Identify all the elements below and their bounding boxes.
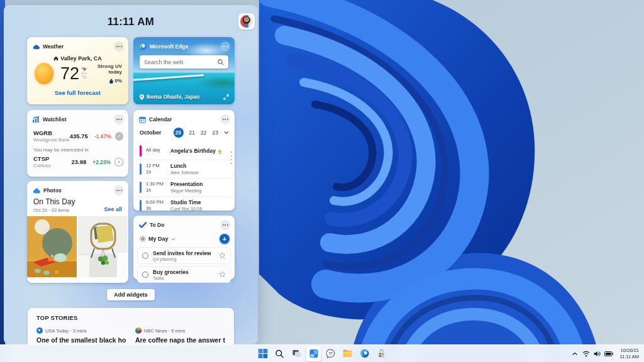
file-explorer-button[interactable] [340,346,355,361]
calendar-scroll-indicator[interactable] [231,151,232,164]
watchlist-widget[interactable]: Watchlist WGRB Woodgrove Bank 435.75 -1.… [27,110,128,177]
edge-search-input[interactable] [144,59,218,65]
unit-celsius[interactable]: °C [81,74,87,80]
weather-more-button[interactable] [114,41,124,52]
photos-widget[interactable]: Photos On This Day Oct 20 · 33 items See… [27,181,128,283]
event-time: All day [146,147,166,153]
calendar-event[interactable]: All day Angela's Birthday 🎂 [138,141,230,160]
volume-icon [594,351,601,357]
chevron-down-icon[interactable] [224,131,229,134]
photo-thumbnail-chair[interactable] [78,216,128,277]
news-story[interactable]: NBC News · 5 mins Are coffee naps the an… [135,327,225,344]
event-title: Presentation [170,181,203,187]
see-all-link[interactable]: See all [104,206,122,213]
weather-precipitation: 0% [114,78,122,84]
windows-logo-icon [258,349,267,358]
star-icon[interactable] [219,252,226,259]
edge-logo-icon [139,43,147,50]
edge-browser-button[interactable] [357,346,372,361]
system-tray: 10/20/21 11:11 AM [572,345,641,362]
photo-thumbnail-still-life[interactable] [27,216,77,277]
calendar-event[interactable]: 12 PM1h LunchAlex Johnson [138,160,230,178]
profile-button[interactable] [238,13,255,30]
bridge-photo-detail [133,74,204,81]
photos-more-button[interactable] [114,185,124,195]
calendar-event[interactable]: 6:00 PM3h Studio TimeConf Rm 32/35 [138,196,230,214]
unit-fahrenheit[interactable]: °F [81,67,87,74]
more-options-icon [225,46,226,47]
calendar-date[interactable]: 22 [201,129,206,136]
event-color-bar [140,163,142,175]
calendar-date[interactable]: 21 [189,129,195,136]
event-subtitle: Conf Rm 32/35 [170,206,202,212]
stock-price: 23.98 [71,158,86,165]
store-button[interactable] [374,346,389,361]
edge-search-box[interactable] [140,55,228,69]
edge-widget[interactable]: Microsoft Edge Ikema Ohashi, Japan [133,37,235,104]
task-checkbox[interactable] [142,253,148,259]
weather-widget[interactable]: Weather Valley Park, CA 72 [27,37,128,104]
top-stories-heading: TOP STORIES [36,314,225,321]
event-title: Lunch [170,163,199,169]
add-widgets-button[interactable]: Add widgets [107,289,155,300]
stock-added-button[interactable]: ✓ [115,132,123,141]
stock-row[interactable]: WGRB Woodgrove Bank 435.75 -1.67% ✓ [27,129,128,143]
home-icon [53,56,58,61]
widgets-button[interactable] [306,346,321,361]
more-options-icon [118,119,119,120]
edge-more-button[interactable] [220,41,230,52]
tray-status-icons[interactable] [582,351,613,357]
photos-title: Photos [43,187,62,194]
task-view-button[interactable] [289,346,304,361]
event-time: 12 PM [146,163,166,169]
stock-row[interactable]: CTSP Contoso 23.98 +2.23% + [27,155,128,168]
more-options-icon [225,119,226,120]
todo-widget[interactable]: To Do My Day + Send invites [133,216,235,280]
calendar-date[interactable]: 23 [213,129,218,136]
watchlist-title: Watchlist [43,116,66,123]
task-item[interactable]: Buy groceriesTasks [138,266,230,282]
taskbar-clock[interactable]: 10/20/21 11:11 AM [618,346,641,361]
todo-more-button[interactable] [220,220,230,230]
start-button[interactable] [255,346,270,361]
story-source: USA Today · 3 mins [45,328,87,334]
chevron-down-icon[interactable] [171,238,175,241]
news-story[interactable]: USA Today · 3 mins One of the smallest b… [36,327,126,344]
task-title: Buy groceries [153,269,189,275]
stock-symbol: CTSP [33,155,71,162]
task-item[interactable]: Send invites for reviewQ4 planning [138,248,230,263]
battery-icon [604,351,613,356]
stock-name: Woodgrove Bank [33,137,70,143]
nbc-news-logo-icon [135,327,142,334]
see-full-forecast-link[interactable]: See full forecast [27,89,128,96]
search-icon [275,349,284,358]
tray-chevron-up-icon[interactable] [572,351,578,356]
star-icon[interactable] [219,271,226,278]
calendar-event[interactable]: 1:30 PM1h PresentationSkype Meeting [138,178,230,196]
event-color-bar [140,145,142,156]
photos-heading: On This Day [33,197,75,206]
top-stories-card: TOP STORIES USA Today · 3 mins One of th… [28,308,234,344]
todo-check-icon [139,222,147,228]
event-subtitle: Skype Meeting [170,188,203,194]
stock-add-button[interactable]: + [114,158,123,167]
stock-name: Contoso [33,163,71,168]
expand-icon[interactable] [223,94,229,100]
chat-button[interactable] [323,346,338,361]
birthday-cake-emoji: 🎂 [217,149,223,153]
edge-photo-location: Ikema Ohashi, Japan [147,94,200,100]
watchlist-more-button[interactable] [114,114,124,124]
calendar-more-button[interactable] [220,114,230,124]
calendar-widget[interactable]: Calendar October 20 21 22 23 [133,110,235,211]
calendar-date-selected[interactable]: 20 [174,128,184,138]
widgets-column-left: Weather Valley Park, CA 72 [27,37,128,283]
search-button[interactable] [272,346,287,361]
stock-change: +2.23% [86,159,111,165]
todo-list-selector[interactable]: My Day [148,236,169,242]
event-duration: 3h [146,206,166,212]
stock-change: -1.67% [88,133,111,140]
wifi-icon [582,351,590,357]
more-options-icon [118,46,119,47]
add-task-button[interactable]: + [219,234,230,244]
task-checkbox[interactable] [142,272,148,278]
